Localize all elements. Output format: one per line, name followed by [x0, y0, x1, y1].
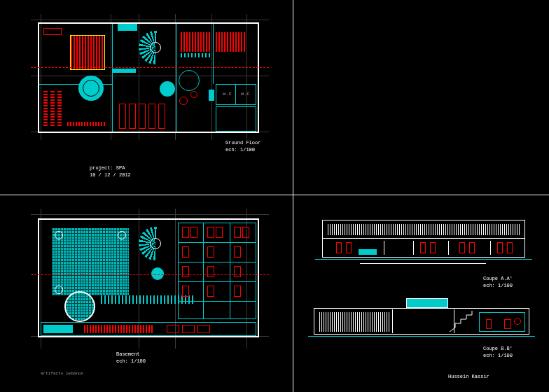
aa-scale: ech: 1/100	[483, 283, 513, 288]
gf-room-label-wc1: w.c	[223, 91, 232, 97]
gf-seating	[70, 35, 105, 70]
aa-title: Coupe A.A'	[483, 276, 513, 281]
gf-room-label-wc2: w.c	[241, 91, 250, 97]
gf-title: Ground Floor	[225, 140, 260, 146]
project-date: 10 / 12 / 2012	[90, 172, 131, 178]
author: Hussein Kassir	[448, 374, 489, 379]
project-name: project: SPA	[90, 165, 125, 171]
gf-fountain	[160, 81, 175, 97]
gf-scale: ech: 1/100	[225, 147, 255, 153]
bs-title: Basement	[116, 351, 140, 357]
bb-title: Coupe B.B'	[483, 346, 513, 351]
bb-scale: ech: 1/100	[483, 353, 513, 358]
credit: artifacts lebanon	[41, 371, 83, 376]
sheet-divider-h	[0, 195, 549, 195]
bs-scale: ech: 1/100	[116, 358, 146, 364]
cad-sheet: w.c w.c Ground Floor ech: 1/100 project:…	[0, 0, 549, 392]
bs-round-pool	[64, 291, 95, 322]
bb-skylight	[406, 298, 448, 308]
bs-pool	[52, 228, 129, 295]
sheet-divider-v	[293, 0, 293, 392]
bb-stair-icon	[448, 308, 476, 335]
